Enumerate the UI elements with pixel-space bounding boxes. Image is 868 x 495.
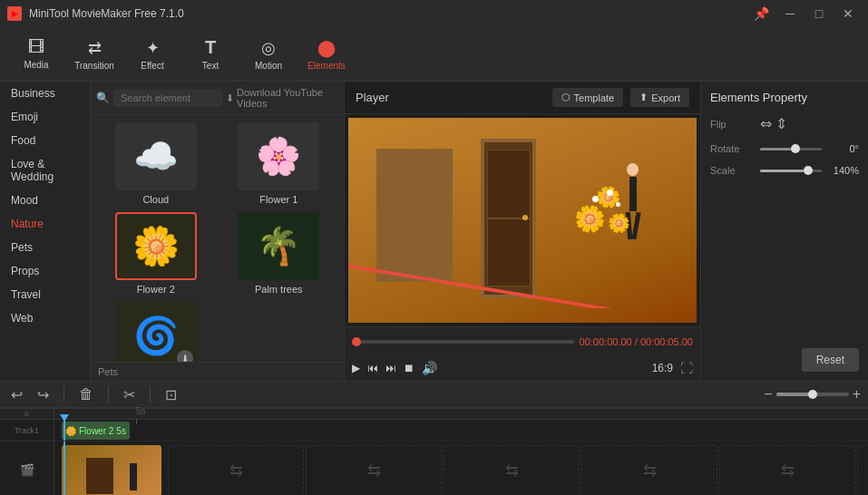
door [481, 139, 536, 298]
export-icon: ⬆ [639, 92, 648, 103]
scale-slider[interactable] [760, 170, 822, 172]
video-thumbnail-chip[interactable] [62, 445, 161, 495]
element-sun[interactable]: 🌀 ⬇ Sun [98, 302, 214, 362]
sidebar-item-food[interactable]: Food [0, 129, 90, 152]
rotate-slider[interactable] [760, 148, 822, 150]
add-icon-5: ⇆ [781, 461, 795, 480]
track-cell-1[interactable]: ⇆ [168, 445, 304, 495]
flip-row: Flip ⇔ ⇕ [710, 115, 859, 132]
door-panel-top [487, 150, 531, 218]
tool-text-label: Text [202, 61, 219, 71]
sidebar-item-nature[interactable]: Nature [0, 212, 90, 236]
tool-effect[interactable]: ✦ Effect [125, 32, 180, 77]
next-frame-button[interactable]: ⏭ [385, 362, 396, 374]
zoom-dot [808, 390, 817, 399]
aspect-ratio-selector[interactable]: 16:9 [652, 362, 673, 374]
minimize-button[interactable]: ─ [777, 5, 803, 23]
flip-horizontal-button[interactable]: ⇔ [760, 115, 772, 132]
element-chip-flower2[interactable]: 🌼 Flower 2 5s [62, 422, 130, 440]
timeline-track-label-header: ≡ [0, 409, 54, 419]
timeline: ≡ 5s Track1 🎬 + [0, 408, 868, 495]
zoom-out-button[interactable]: − [764, 386, 772, 403]
pin-button[interactable]: 📌 [748, 5, 774, 23]
effect-icon: ✦ [146, 38, 160, 58]
sidebar-item-emoji[interactable]: Emoji [0, 105, 90, 129]
prev-frame-button[interactable]: ⏮ [367, 362, 378, 374]
export-button[interactable]: ⬆ Export [630, 88, 689, 107]
element-cloud-label: Cloud [142, 194, 169, 205]
flower1-emoji: 🌸 [256, 135, 301, 178]
sidebar-item-props[interactable]: Props [0, 259, 90, 283]
close-button[interactable]: ✕ [835, 5, 861, 23]
track-cell-6[interactable]: ⇆ [857, 445, 868, 495]
reset-button[interactable]: Reset [802, 348, 859, 372]
zoom-bar[interactable] [776, 393, 849, 396]
tool-elements[interactable]: ⬤ Elements [299, 32, 354, 77]
volume-icon[interactable]: 🔊 [422, 361, 437, 375]
element-flower2-label: Flower 2 [137, 284, 175, 295]
play-button[interactable]: ▶ [352, 362, 360, 374]
sidebar-item-travel[interactable]: Travel [0, 283, 90, 306]
element-cloud[interactable]: ☁️ Cloud [98, 122, 214, 205]
track1-label: Track1 [15, 426, 39, 435]
sidebar-item-mood[interactable]: Mood [0, 189, 90, 212]
download-youtube-link[interactable]: ⬇ Download YouTube Videos [226, 87, 338, 109]
element-sun-thumb: 🌀 ⬇ [115, 302, 197, 362]
flower-video-icon-3: 🌼 [608, 213, 630, 233]
app-title: MiniTool MovieMaker Free 7.1.0 [29, 7, 748, 20]
track-cell-3[interactable]: ⇆ [444, 445, 580, 495]
element-flower2[interactable]: 🌼 Flower 2 [98, 212, 214, 295]
element-palm-trees[interactable]: 🌴 Palm trees [221, 212, 337, 295]
player-area: Player ⬡ Template ⬆ Export [345, 82, 700, 381]
sidebar: Business Emoji Food Love & Wedding Mood … [0, 82, 91, 381]
tool-text[interactable]: T Text [183, 32, 238, 77]
timeline-tracks: Track1 🎬 + 🌼 Flower 2 5s [0, 420, 868, 495]
sidebar-item-pets[interactable]: Pets [0, 236, 90, 259]
maximize-button[interactable]: □ [806, 5, 832, 23]
download-icon: ⬇ [226, 92, 234, 104]
track-cell-5[interactable]: ⇆ [719, 445, 855, 495]
redo-button[interactable]: ↪ [34, 384, 53, 405]
flower-video-icon-2: 🌼 [574, 205, 606, 233]
fullscreen-button[interactable]: ⛶ [680, 361, 693, 375]
tool-transition[interactable]: ⇄ Transition [67, 32, 122, 77]
person-head [627, 163, 639, 176]
person-body [629, 177, 637, 211]
delete-button[interactable]: 🗑 [75, 384, 97, 404]
cut-button[interactable]: ✂ [120, 384, 139, 405]
tool-motion[interactable]: ◎ Motion [241, 32, 296, 77]
sidebar-item-love-wedding[interactable]: Love & Wedding [0, 152, 90, 189]
scale-fill [760, 170, 804, 172]
track-cell-4[interactable]: ⇆ [581, 445, 717, 495]
search-input[interactable] [113, 89, 222, 107]
white-dot-2 [607, 189, 613, 196]
rotate-row: Rotate 0° [710, 143, 859, 154]
undo-button[interactable]: ↩ [7, 384, 26, 405]
text-icon: T [205, 37, 216, 58]
track-cell-2[interactable]: ⇆ [306, 445, 442, 495]
export-label: Export [651, 92, 680, 103]
elements-grid: ☁️ Cloud 🌸 Flower 1 🌼 Flower 2 [91, 115, 344, 362]
element-flower1[interactable]: 🌸 Flower 1 [221, 122, 337, 205]
bottom-toolbar: ↩ ↪ 🗑 ✂ ⊡ − + [0, 381, 868, 408]
time-total: 00:00:05.00 [640, 336, 693, 347]
timeline-header: ≡ 5s [0, 409, 868, 420]
element-flower1-thumb: 🌸 [238, 122, 319, 190]
crop-button[interactable]: ⊡ [161, 384, 180, 405]
sidebar-item-business[interactable]: Business [0, 82, 90, 105]
sun-download-icon[interactable]: ⬇ [177, 350, 193, 362]
track1-label-row: Track1 [0, 420, 54, 442]
element-cloud-thumb: ☁️ [115, 122, 197, 190]
template-button[interactable]: ⬡ Template [552, 88, 624, 107]
zoom-in-button[interactable]: + [853, 386, 861, 403]
stop-button[interactable]: ⏹ [404, 362, 414, 374]
progress-bar[interactable] [352, 340, 574, 344]
media-icon: 🎞 [28, 38, 44, 57]
video-track-label-row: 🎬 [0, 442, 54, 495]
sidebar-item-web[interactable]: Web [0, 306, 90, 330]
tool-media[interactable]: 🎞 Media [9, 32, 63, 77]
element-track-playhead [63, 420, 65, 441]
rotate-value: 0° [827, 143, 859, 154]
sun-emoji: 🌀 [133, 315, 179, 357]
flip-vertical-button[interactable]: ⇕ [775, 115, 787, 132]
